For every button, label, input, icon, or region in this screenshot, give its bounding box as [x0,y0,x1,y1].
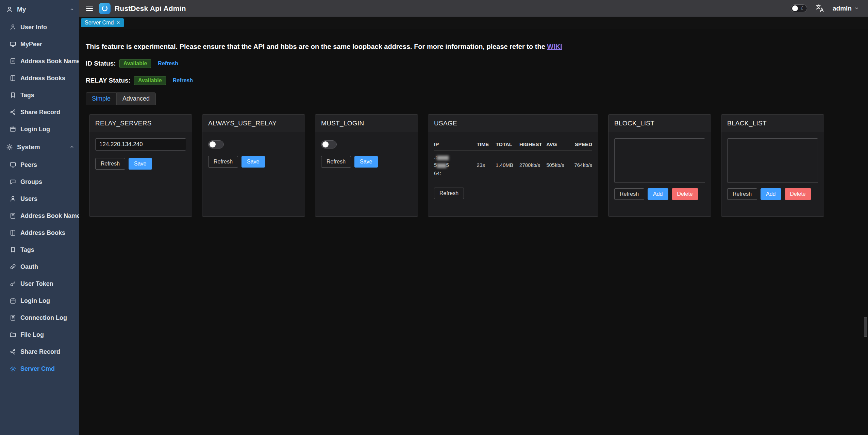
card-title-relay-servers: RELAY_SERVERS [89,115,192,132]
chat-icon [10,178,16,185]
status-rows: ID Status: Available Refresh RELAY Statu… [86,58,858,86]
sidebar-item-label: Tags [20,246,34,254]
relay-servers-refresh-button[interactable]: Refresh [95,158,125,170]
always-use-relay-refresh-button[interactable]: Refresh [208,156,238,168]
sidebar-item-label: User Info [20,24,47,31]
card-usage: USAGE IPTIMETOTALHIGHESTAVGSPEED .:█████… [428,114,598,217]
card-body: IPTIMETOTALHIGHESTAVGSPEED .:█████5████5… [428,132,598,216]
translate-icon[interactable] [815,4,824,13]
block-list-add-button[interactable]: Add [648,188,668,200]
user-name: admin [833,5,852,12]
usage-ip-line: 5████5 [434,161,477,169]
sidebar-item-file-log[interactable]: File Log [0,326,79,343]
status-badge: Available [134,76,166,85]
section-label: My [17,6,69,13]
user-menu[interactable]: admin [833,5,859,12]
always-use-relay-switch[interactable] [208,140,224,149]
sidebar-item-label: Server Cmd [20,365,55,372]
usage-speed: 764kb/s [567,162,592,168]
menu-icon[interactable] [85,4,94,13]
usage-col-time: TIME [477,141,496,147]
sidebar-item-tags[interactable]: Tags [0,87,79,104]
sidebar-item-login-log[interactable]: Login Log [0,292,79,309]
chevron-up-icon [69,7,74,12]
document-icon [10,314,16,321]
black-list-add-button[interactable]: Add [761,188,781,200]
redacted-text: ████ [437,163,446,168]
open-tabs-strip: Server Cmd × [79,17,868,29]
sidebar-item-login-log[interactable]: Login Log [0,121,79,138]
card-title-black-list: BLACK_LIST [721,115,824,132]
usage-ip-line: .:█████ [434,153,477,161]
sidebar-item-oauth[interactable]: Oauth [0,258,79,275]
status-label: RELAY Status: [86,77,131,84]
must-login-save-button[interactable]: Save [354,156,378,168]
sidebar-section-my[interactable]: My [0,0,79,19]
sidebar-item-groups[interactable]: Groups [0,173,79,190]
tab-simple[interactable]: Simple [86,92,117,105]
sidebar-nav: MyUser InfoMyPeerAddress Book NameAddres… [0,0,79,377]
status-refresh-link[interactable]: Refresh [173,77,193,84]
sidebar-item-mypeer[interactable]: MyPeer [0,36,79,53]
must-login-switch[interactable] [321,140,337,149]
scrollbar-thumb[interactable] [864,317,867,337]
relay-servers-input[interactable] [95,138,186,151]
block-list-delete-button[interactable]: Delete [672,188,698,200]
sidebar-item-label: Address Book Name [20,58,79,65]
black-list-textarea[interactable] [727,138,818,183]
card-black-list: BLACK_LIST RefreshAddDelete [721,114,824,217]
must-login-refresh-button[interactable]: Refresh [321,156,351,168]
chevron-up-icon [69,144,74,150]
sidebar-item-server-cmd[interactable]: Server Cmd [0,360,79,377]
sidebar-item-address-book-name[interactable]: Address Book Name [0,53,79,70]
status-refresh-link[interactable]: Refresh [158,60,178,67]
sidebar-item-tags[interactable]: Tags [0,241,79,258]
block-list-textarea[interactable] [614,138,705,183]
card-relay-servers: RELAY_SERVERS RefreshSave [89,114,192,217]
switch-knob [322,141,329,147]
sidebar-item-address-books[interactable]: Address Books [0,224,79,241]
black-list-delete-button[interactable]: Delete [785,188,811,200]
sidebar-item-share-record[interactable]: Share Record [0,343,79,360]
wiki-link[interactable]: WIKI [547,43,562,50]
sidebar-item-label: Users [20,195,37,203]
redacted-text: █████ [437,156,448,160]
block-list-refresh-button[interactable]: Refresh [614,188,644,200]
usage-col-ip: IP [434,141,477,147]
black-list-refresh-button[interactable]: Refresh [727,188,757,200]
book-icon [10,58,16,65]
app-root: MyUser InfoMyPeerAddress Book NameAddres… [0,0,868,435]
card-body: RefreshSave [202,132,305,216]
usage-col-speed: SPEED [567,141,592,147]
sidebar-item-user-token[interactable]: User Token [0,275,79,292]
theme-toggle[interactable]: ☾ [791,4,807,12]
card-title-always-use-relay: ALWAYS_USE_RELAY [202,115,305,132]
usage-refresh-button[interactable]: Refresh [434,188,464,199]
sidebar-item-connection-log[interactable]: Connection Log [0,309,79,326]
card-always-use-relay: ALWAYS_USE_RELAY RefreshSave [202,114,305,217]
sidebar-item-users[interactable]: Users [0,190,79,207]
sidebar-item-share-record[interactable]: Share Record [0,104,79,121]
open-tab-server-cmd[interactable]: Server Cmd × [81,18,124,27]
notebook-icon [10,75,16,82]
sidebar-item-peers[interactable]: Peers [0,156,79,173]
usage-table: IPTIMETOTALHIGHESTAVGSPEED .:█████5████5… [434,138,592,180]
sidebar-item-user-info[interactable]: User Info [0,19,79,36]
sidebar-item-label: Address Books [20,75,65,82]
calendar-icon [10,297,16,304]
sidebar-section-system[interactable]: System [0,138,79,156]
tab-advanced[interactable]: Advanced [116,92,156,105]
relay-servers-save-button[interactable]: Save [129,158,152,170]
folder-icon [10,331,16,338]
sidebar-item-address-book-names[interactable]: Address Book Names [0,207,79,224]
experimental-notice: This feature is experimental. Please ens… [86,42,858,51]
usage-time: 23s [477,162,496,168]
sidebar-item-label: File Log [20,331,44,338]
usage-avg: 505kb/s [546,162,567,168]
usage-ip-line: 64: [434,169,477,177]
sidebar-item-label: Login Log [20,297,50,304]
sidebar-item-address-books[interactable]: Address Books [0,70,79,87]
switch-knob [210,141,216,147]
always-use-relay-save-button[interactable]: Save [241,156,265,168]
close-tab-icon[interactable]: × [117,20,120,25]
